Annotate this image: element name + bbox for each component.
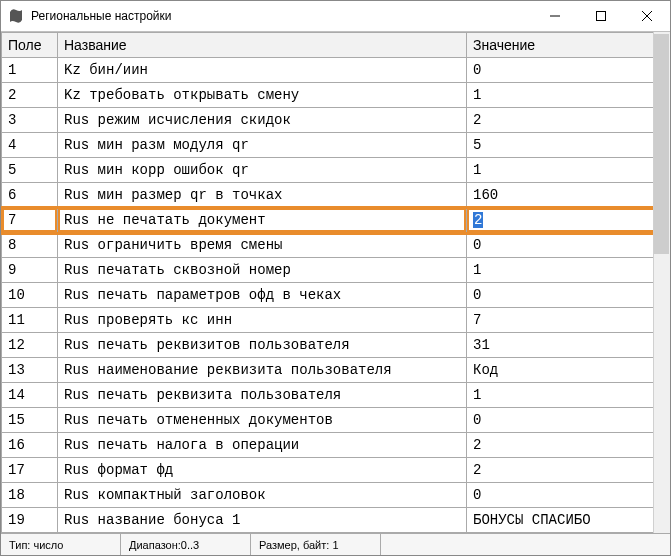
cell-field[interactable]: 6 bbox=[2, 183, 58, 208]
cell-field[interactable]: 2 bbox=[2, 83, 58, 108]
cell-name[interactable]: Rus компактный заголовок bbox=[58, 483, 467, 508]
table-row[interactable]: 5Rus мин корр ошибок qr1 bbox=[2, 158, 670, 183]
cell-field[interactable]: 10 bbox=[2, 283, 58, 308]
close-button[interactable] bbox=[624, 1, 670, 31]
cell-value[interactable]: 0 bbox=[467, 283, 670, 308]
cell-value[interactable]: 0 bbox=[467, 408, 670, 433]
table-row[interactable]: 13Rus наименование реквизита пользовател… bbox=[2, 358, 670, 383]
cell-value[interactable]: 160 bbox=[467, 183, 670, 208]
cell-field[interactable]: 5 bbox=[2, 158, 58, 183]
cell-value[interactable]: 2 bbox=[467, 108, 670, 133]
table-row[interactable]: 11Rus проверять кс инн7 bbox=[2, 308, 670, 333]
table-row[interactable]: 14Rus печать реквизита пользователя1 bbox=[2, 383, 670, 408]
cell-field[interactable]: 9 bbox=[2, 258, 58, 283]
cell-field[interactable]: 12 bbox=[2, 333, 58, 358]
cell-field[interactable]: 14 bbox=[2, 383, 58, 408]
cell-name[interactable]: Rus мин размер qr в точках bbox=[58, 183, 467, 208]
table-row[interactable]: 7Rus не печатать документ2 bbox=[2, 208, 670, 233]
cell-field[interactable]: 19 bbox=[2, 508, 58, 533]
cell-value[interactable]: 2 bbox=[467, 458, 670, 483]
cell-name[interactable]: Rus режим исчисления скидок bbox=[58, 108, 467, 133]
titlebar[interactable]: Региональные настройки bbox=[1, 1, 670, 31]
cell-field[interactable]: 3 bbox=[2, 108, 58, 133]
cell-value[interactable]: 2 bbox=[467, 208, 670, 233]
cell-value[interactable]: 1 bbox=[467, 258, 670, 283]
cell-name[interactable]: Rus наименование реквизита пользователя bbox=[58, 358, 467, 383]
cell-field[interactable]: 4 bbox=[2, 133, 58, 158]
table-header-row: Поле Название Значение bbox=[2, 33, 670, 58]
table-row[interactable]: 19Rus название бонуса 1БОНУСЫ СПАСИБО bbox=[2, 508, 670, 533]
table-row[interactable]: 16Rus печать налога в операции2 bbox=[2, 433, 670, 458]
cell-name[interactable]: Rus печатать сквозной номер bbox=[58, 258, 467, 283]
table-row[interactable]: 9Rus печатать сквозной номер1 bbox=[2, 258, 670, 283]
settings-table: Поле Название Значение 1Kz бин/иин02Kz т… bbox=[1, 32, 670, 533]
selected-value[interactable]: 2 bbox=[473, 212, 483, 228]
cell-field[interactable]: 13 bbox=[2, 358, 58, 383]
window-controls bbox=[532, 1, 670, 31]
cell-value[interactable]: 2 bbox=[467, 433, 670, 458]
cell-value[interactable]: 31 bbox=[467, 333, 670, 358]
cell-name[interactable]: Rus название бонуса 1 bbox=[58, 508, 467, 533]
cell-name[interactable]: Rus печать реквизита пользователя bbox=[58, 383, 467, 408]
table-row[interactable]: 17Rus формат фд2 bbox=[2, 458, 670, 483]
statusbar: Тип: число Диапазон:0..3 Размер, байт: 1 bbox=[1, 533, 670, 555]
status-range: Диапазон:0..3 bbox=[121, 534, 251, 555]
table-row[interactable]: 8Rus ограничить время смены0 bbox=[2, 233, 670, 258]
table-row[interactable]: 6Rus мин размер qr в точках160 bbox=[2, 183, 670, 208]
cell-name[interactable]: Rus печать параметров офд в чеках bbox=[58, 283, 467, 308]
cell-name[interactable]: Rus печать реквизитов пользователя bbox=[58, 333, 467, 358]
cell-field[interactable]: 8 bbox=[2, 233, 58, 258]
cell-name[interactable]: Rus печать отмененных документов bbox=[58, 408, 467, 433]
cell-value[interactable]: 7 bbox=[467, 308, 670, 333]
cell-value[interactable]: 0 bbox=[467, 58, 670, 83]
cell-name[interactable]: Rus ограничить время смены bbox=[58, 233, 467, 258]
scrollbar-thumb[interactable] bbox=[654, 34, 669, 254]
cell-value[interactable]: 1 bbox=[467, 158, 670, 183]
cell-value[interactable]: 1 bbox=[467, 383, 670, 408]
window-title: Региональные настройки bbox=[31, 9, 532, 23]
cell-value[interactable]: Код bbox=[467, 358, 670, 383]
cell-name[interactable]: Rus формат фд bbox=[58, 458, 467, 483]
window-root: Региональные настройки Поле Название bbox=[0, 0, 671, 556]
table-row[interactable]: 15Rus печать отмененных документов0 bbox=[2, 408, 670, 433]
cell-value[interactable]: 0 bbox=[467, 233, 670, 258]
vertical-scrollbar[interactable] bbox=[653, 32, 670, 533]
maximize-button[interactable] bbox=[578, 1, 624, 31]
cell-name[interactable]: Rus не печатать документ bbox=[58, 208, 467, 233]
header-name[interactable]: Название bbox=[58, 33, 467, 58]
table-row[interactable]: 4Rus мин разм модуля qr5 bbox=[2, 133, 670, 158]
cell-value[interactable]: БОНУСЫ СПАСИБО bbox=[467, 508, 670, 533]
cell-value[interactable]: 1 bbox=[467, 83, 670, 108]
svg-rect-1 bbox=[597, 12, 606, 21]
table-row[interactable]: 12Rus печать реквизитов пользователя31 bbox=[2, 333, 670, 358]
cell-field[interactable]: 1 bbox=[2, 58, 58, 83]
app-icon bbox=[7, 7, 25, 25]
header-value[interactable]: Значение bbox=[467, 33, 670, 58]
cell-value[interactable]: 0 bbox=[467, 483, 670, 508]
cell-field[interactable]: 16 bbox=[2, 433, 58, 458]
table-container: Поле Название Значение 1Kz бин/иин02Kz т… bbox=[1, 31, 670, 533]
cell-name[interactable]: Kz требовать открывать смену bbox=[58, 83, 467, 108]
cell-name[interactable]: Rus печать налога в операции bbox=[58, 433, 467, 458]
table-row[interactable]: 3Rus режим исчисления скидок2 bbox=[2, 108, 670, 133]
header-field[interactable]: Поле bbox=[2, 33, 58, 58]
cell-field[interactable]: 11 bbox=[2, 308, 58, 333]
cell-field[interactable]: 17 bbox=[2, 458, 58, 483]
cell-field[interactable]: 18 bbox=[2, 483, 58, 508]
status-size: Размер, байт: 1 bbox=[251, 534, 381, 555]
status-type: Тип: число bbox=[1, 534, 121, 555]
table-row[interactable]: 10Rus печать параметров офд в чеках0 bbox=[2, 283, 670, 308]
cell-name[interactable]: Rus мин разм модуля qr bbox=[58, 133, 467, 158]
table-row[interactable]: 1Kz бин/иин0 bbox=[2, 58, 670, 83]
cell-field[interactable]: 7 bbox=[2, 208, 58, 233]
cell-field[interactable]: 15 bbox=[2, 408, 58, 433]
cell-value[interactable]: 5 bbox=[467, 133, 670, 158]
table-row[interactable]: 2Kz требовать открывать смену1 bbox=[2, 83, 670, 108]
cell-name[interactable]: Kz бин/иин bbox=[58, 58, 467, 83]
minimize-button[interactable] bbox=[532, 1, 578, 31]
table-row[interactable]: 18Rus компактный заголовок0 bbox=[2, 483, 670, 508]
cell-name[interactable]: Rus мин корр ошибок qr bbox=[58, 158, 467, 183]
status-spacer bbox=[381, 534, 670, 555]
table-scroll[interactable]: Поле Название Значение 1Kz бин/иин02Kz т… bbox=[1, 32, 670, 533]
cell-name[interactable]: Rus проверять кс инн bbox=[58, 308, 467, 333]
